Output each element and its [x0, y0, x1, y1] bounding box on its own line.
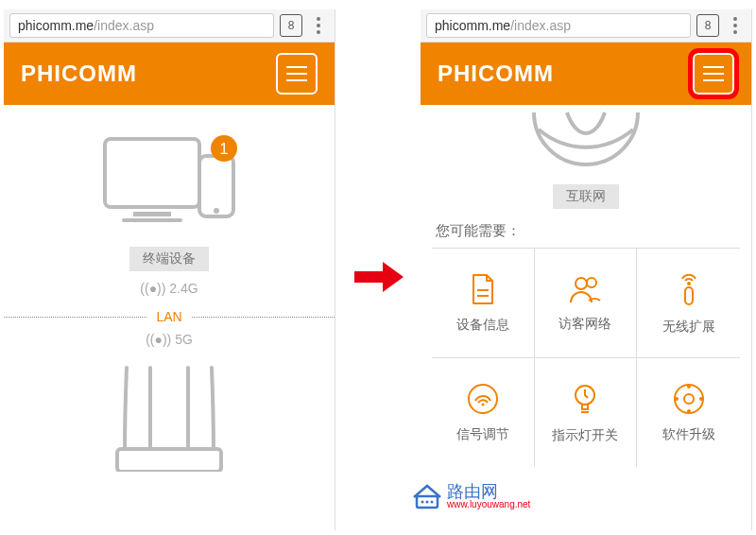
lan-divider: LAN — [4, 309, 335, 324]
grid-guest-network[interactable]: 访客网络 — [535, 249, 638, 358]
terminal-devices-illustration: 1 终端设备 ((●)) 2.4G — [4, 105, 335, 296]
svg-rect-20 — [354, 271, 383, 283]
guests-icon — [568, 274, 602, 304]
tab-count-button[interactable]: 8 — [280, 14, 302, 37]
arrow-right-icon — [352, 260, 405, 294]
svg-point-17 — [687, 409, 691, 413]
watermark-icon — [411, 482, 443, 510]
svg-point-7 — [576, 278, 587, 289]
grid-device-info[interactable]: 设备信息 — [432, 249, 535, 358]
internet-label: 互联网 — [553, 184, 619, 209]
browser-bar: phicomm.me/index.asp 8 — [421, 9, 751, 43]
svg-rect-6 — [117, 449, 221, 472]
svg-point-4 — [214, 208, 219, 214]
svg-rect-1 — [133, 212, 171, 216]
upgrade-icon — [673, 383, 705, 415]
svg-point-15 — [684, 394, 694, 404]
svg-point-9 — [687, 282, 691, 285]
watermark-url: www.luyouwang.net — [447, 500, 530, 509]
internet-illustration: 互联网 — [421, 105, 751, 209]
browser-bar: phicomm.me/index.asp 8 — [4, 9, 335, 43]
content-left: 1 终端设备 ((●)) 2.4G LAN ((●)) 5G — [4, 105, 335, 530]
grid-led-switch[interactable]: 指示灯开关 — [535, 358, 638, 467]
url-host: phicomm.me — [18, 18, 94, 33]
cell-label: 指示灯开关 — [552, 427, 618, 444]
svg-rect-3 — [199, 156, 233, 216]
brand-logo: PHICOMM — [21, 60, 137, 87]
url-host: phicomm.me — [435, 18, 510, 33]
kebab-menu-icon[interactable] — [308, 17, 329, 34]
svg-point-18 — [675, 397, 679, 401]
cell-label: 设备信息 — [456, 317, 509, 334]
wifi-24g-label: ((●)) 2.4G — [4, 281, 335, 296]
lan-label: LAN — [146, 309, 191, 324]
svg-rect-2 — [122, 218, 182, 222]
svg-point-23 — [421, 501, 424, 504]
svg-marker-21 — [383, 262, 404, 292]
svg-point-25 — [431, 501, 434, 504]
wifi-icon: ((●)) — [146, 332, 171, 347]
device-count-badge: 1 — [220, 141, 229, 157]
svg-point-11 — [469, 385, 497, 413]
wifi-icon: ((●)) — [140, 281, 165, 296]
grid-software-upgrade[interactable]: 软件升级 — [637, 358, 740, 467]
repeater-icon — [677, 271, 701, 307]
svg-point-24 — [426, 501, 429, 504]
svg-point-12 — [481, 403, 484, 406]
grid-wireless-extend[interactable]: 无线扩展 — [637, 249, 740, 358]
url-path: /index.asp — [94, 18, 154, 33]
cell-label: 信号调节 — [456, 426, 509, 443]
app-header: PHICOMM — [421, 43, 751, 105]
svg-rect-0 — [105, 139, 199, 207]
watermark-title: 路由网 — [447, 483, 530, 500]
document-icon — [469, 273, 497, 305]
url-input[interactable]: phicomm.me/index.asp — [9, 13, 274, 38]
app-header: PHICOMM — [4, 43, 335, 105]
url-path: /index.asp — [510, 18, 571, 33]
cell-label: 访客网络 — [558, 316, 611, 333]
svg-rect-10 — [685, 287, 693, 304]
svg-point-8 — [587, 278, 596, 287]
bulb-icon — [572, 382, 598, 416]
svg-point-19 — [699, 397, 703, 401]
feature-grid: 设备信息 访客网络 无线扩展 信号调节 指示灯开关 — [432, 248, 740, 467]
section-title: 您可能需要： — [421, 209, 751, 248]
tab-count-button[interactable]: 8 — [696, 14, 719, 37]
kebab-menu-icon[interactable] — [725, 17, 746, 34]
wifi-5g-label: ((●)) 5G — [4, 332, 335, 347]
hamburger-menu-button[interactable] — [693, 53, 734, 95]
content-right: 互联网 您可能需要： 设备信息 访客网络 无线扩展 信号调节 — [421, 105, 751, 530]
cell-label: 软件升级 — [662, 426, 715, 443]
brand-logo: PHICOMM — [438, 60, 554, 87]
url-input[interactable]: phicomm.me/index.asp — [426, 13, 691, 38]
router-illustration — [4, 358, 335, 475]
grid-signal-adjust[interactable]: 信号调节 — [432, 358, 535, 467]
hamburger-menu-button[interactable] — [276, 53, 318, 95]
terminal-label: 终端设备 — [129, 247, 209, 271]
screen-right: phicomm.me/index.asp 8 PHICOMM 互联网 您可能需要… — [421, 9, 752, 530]
svg-point-14 — [675, 385, 703, 413]
watermark: 路由网 www.luyouwang.net — [411, 482, 530, 510]
signal-icon — [467, 383, 499, 415]
cell-label: 无线扩展 — [662, 319, 715, 336]
svg-point-16 — [687, 385, 691, 388]
screen-left: phicomm.me/index.asp 8 PHICOMM 1 终端设备 — [4, 9, 335, 530]
